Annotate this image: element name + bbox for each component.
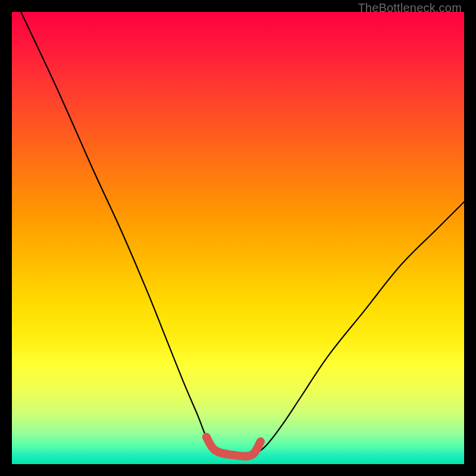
bottleneck-curve-path: [21, 12, 464, 456]
watermark-text: TheBottleneck.com: [358, 1, 462, 15]
plot-area: [12, 12, 464, 464]
highlight-segment-path: [206, 437, 261, 456]
chart-svg: [12, 12, 464, 464]
chart-frame: TheBottleneck.com: [0, 0, 476, 476]
